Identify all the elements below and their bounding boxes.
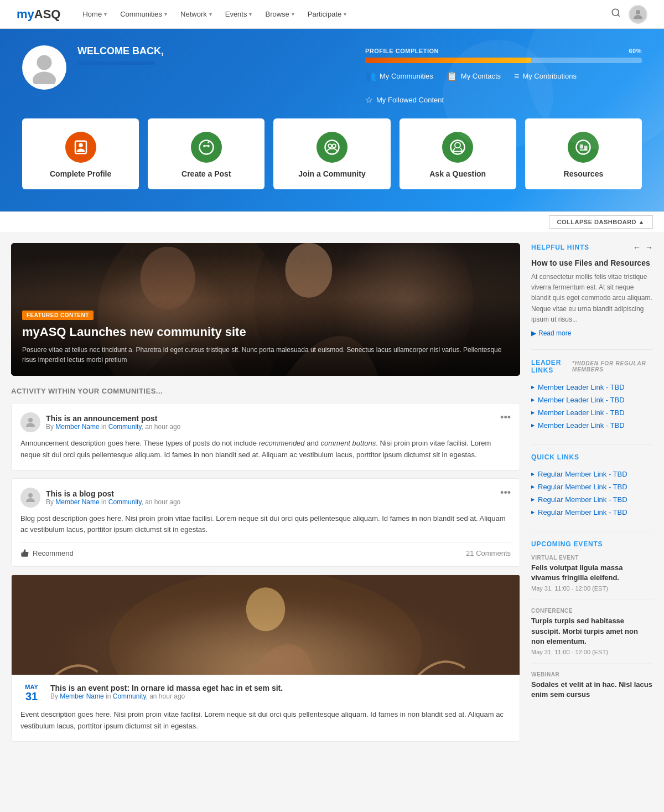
svg-point-30: [110, 575, 422, 675]
event-type-3: WEBINAR: [531, 671, 653, 677]
post-footer: Recommend 21 Comments: [20, 542, 511, 557]
leader-link-2[interactable]: Member Leader Link - TBD: [531, 394, 653, 406]
communities-icon: 👥: [365, 71, 376, 81]
post-avatar: [20, 488, 40, 508]
avatar-icon: [24, 416, 37, 429]
nav-events[interactable]: Events ▾: [220, 7, 258, 22]
post-author-link[interactable]: Member Name: [55, 498, 99, 506]
featured-overlay: FEATURED CONTENT myASQ Launches new comm…: [11, 299, 520, 376]
featured-card: FEATURED CONTENT myASQ Launches new comm…: [11, 243, 520, 376]
svg-point-2: [636, 10, 640, 14]
event-author-link[interactable]: Member Name: [60, 692, 103, 700]
recommend-button[interactable]: Recommend: [20, 549, 74, 557]
event-community-link[interactable]: Community: [113, 692, 146, 700]
contacts-icon: 📋: [447, 71, 458, 81]
collapse-dashboard-button[interactable]: COLLAPSE DASHBOARD ▲: [549, 215, 653, 229]
post-header: This is an announcement post By Member N…: [20, 412, 511, 432]
post-meta: By Member Name in Community, an hour ago: [46, 423, 180, 431]
leader-link-1[interactable]: Member Leader Link - TBD: [531, 381, 653, 394]
my-followed-content-link[interactable]: ☆ My Followed Content: [365, 95, 444, 105]
nav-communities[interactable]: Communities ▾: [115, 7, 173, 22]
ask-question-card[interactable]: Ask a Question: [400, 118, 516, 189]
main-nav: Home ▾ Communities ▾ Network ▾ Events ▾ …: [77, 7, 611, 22]
quick-link-2[interactable]: Regular Member Link - TBD: [531, 480, 653, 493]
featured-description: Posuere vitae at tellus nec tincidunt a.…: [22, 345, 509, 365]
caret-icon: ▾: [292, 11, 294, 17]
my-communities-link[interactable]: 👥 My Communities: [365, 71, 433, 81]
nav-network[interactable]: Network ▾: [175, 7, 217, 22]
nav-home[interactable]: Home ▾: [77, 7, 112, 22]
svg-point-7: [199, 141, 213, 154]
event-photo-svg: [12, 575, 520, 675]
caret-icon: ▾: [104, 11, 107, 17]
search-button[interactable]: [611, 8, 621, 20]
quick-link-4[interactable]: Regular Member Link - TBD: [531, 506, 653, 519]
leader-link-3[interactable]: Member Leader Link - TBD: [531, 406, 653, 419]
leader-links-title: LEADER LINKS *hidden for regular members: [531, 359, 653, 374]
my-contributions-link[interactable]: ≡ My Contributions: [514, 71, 577, 81]
svg-point-9: [208, 145, 210, 147]
caret-icon: ▾: [344, 11, 346, 17]
complete-profile-icon: [65, 132, 96, 163]
navbar-icons: [611, 5, 647, 24]
post-community-link[interactable]: Community: [108, 498, 142, 506]
post-title: This is an announcement post: [46, 414, 180, 423]
read-more-link[interactable]: ▶ Read more: [531, 329, 653, 337]
post-info: This is a blog post By Member Name in Co…: [46, 489, 180, 506]
event-info: This is an event post: In ornare id mass…: [50, 684, 283, 700]
post-more-button[interactable]: •••: [500, 488, 511, 498]
nav-browse[interactable]: Browse ▾: [260, 7, 299, 22]
post-more-button[interactable]: •••: [500, 412, 511, 422]
event-type-2: CONFERENCE: [531, 608, 653, 614]
profile-completion: PROFILE COMPLETION 60% 👥 My Communities …: [365, 45, 642, 105]
divider: [531, 444, 653, 444]
sidebar: HELPFUL HINTS ← → How to use Files and R…: [531, 243, 653, 749]
activity-section-title: ACTIVITY WITHIN YOUR COMMUNITIES...: [11, 387, 520, 395]
resources-card[interactable]: Resources: [525, 118, 642, 189]
quick-links-title: QUICK LINKS: [531, 453, 653, 461]
event-title-3: Sodales et velit at in hac. Nisl lacus e…: [531, 680, 653, 700]
quick-link-1[interactable]: Regular Member Link - TBD: [531, 468, 653, 480]
create-post-icon: [191, 132, 222, 163]
event-item-2: CONFERENCE Turpis turpis sed habitasse s…: [531, 599, 653, 655]
event-header: May 31 This is an event post: In ornare …: [20, 684, 511, 702]
ask-question-icon: [442, 132, 473, 163]
create-post-label: Create a Post: [181, 169, 231, 178]
arrow-icon: ▶: [531, 329, 536, 337]
svg-point-26: [285, 243, 332, 298]
user-avatar[interactable]: [629, 5, 647, 24]
action-cards: Complete Profile Create a Post: [22, 118, 642, 189]
post-author-area: This is an announcement post By Member N…: [20, 412, 180, 432]
welcome-heading: WELCOME BACK,: [77, 45, 354, 57]
upcoming-events-section: UPCOMING EVENTS VIRTUAL EVENT Felis volu…: [531, 540, 653, 700]
event-meta: By Member Name in Community, an hour ago: [50, 692, 283, 700]
event-item-3: WEBINAR Sodales et velit at in hac. Nisl…: [531, 663, 653, 700]
join-community-card[interactable]: Join a Community: [273, 118, 390, 189]
leader-link-4[interactable]: Member Leader Link - TBD: [531, 419, 653, 432]
post-community-link[interactable]: Community: [108, 423, 142, 431]
my-contacts-link[interactable]: 📋 My Contacts: [447, 71, 501, 81]
quick-link-3[interactable]: Regular Member Link - TBD: [531, 493, 653, 506]
content-left: FEATURED CONTENT myASQ Launches new comm…: [11, 243, 520, 749]
post-info: This is an announcement post By Member N…: [46, 414, 180, 431]
prev-hint-button[interactable]: ←: [633, 243, 641, 252]
svg-point-28: [28, 493, 33, 498]
next-hint-button[interactable]: →: [645, 243, 653, 252]
nav-participate[interactable]: Participate ▾: [302, 7, 352, 22]
user-silhouette-icon: [28, 51, 61, 84]
complete-profile-card[interactable]: Complete Profile: [22, 118, 139, 189]
completion-label: PROFILE COMPLETION 60%: [365, 48, 642, 54]
post-author-link[interactable]: Member Name: [55, 423, 99, 431]
contributions-icon: ≡: [514, 71, 519, 81]
hero-top: WELCOME BACK, PROFILE COMPLETION 60% 👥 M…: [22, 45, 642, 105]
helpful-hints-title: HELPFUL HINTS ← →: [531, 243, 653, 252]
featured-title: myASQ Launches new community site: [22, 324, 509, 340]
hint-article-body: At consectetur mollis felis vitae tristi…: [531, 272, 653, 325]
create-post-card[interactable]: Create a Post: [148, 118, 264, 189]
navbar: myASQ Home ▾ Communities ▾ Network ▾ Eve…: [0, 0, 664, 29]
collapse-bar: COLLAPSE DASHBOARD ▲: [0, 211, 664, 232]
site-logo[interactable]: myASQ: [17, 7, 60, 22]
event-time-1: May 31, 11:00 - 12:00 (EST): [531, 585, 653, 592]
nav-arrows: ← →: [633, 243, 653, 252]
caret-icon: ▾: [164, 11, 167, 17]
